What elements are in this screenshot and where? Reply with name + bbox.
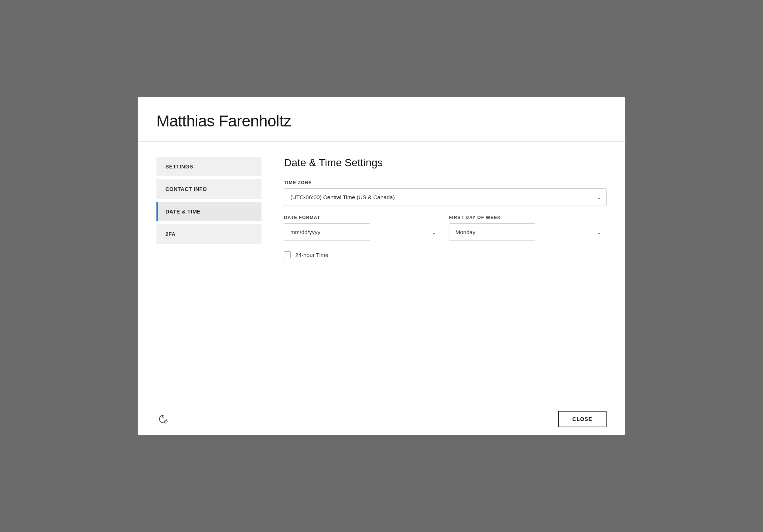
content-title: Date & Time Settings <box>284 157 607 169</box>
first-day-select[interactable]: Sunday Monday Saturday <box>449 223 535 241</box>
modal-body: SETTINGS CONTACT INFO DATE & TIME 2FA Da… <box>138 142 625 403</box>
form-section: TIME ZONE (UTC-06:00) Central Time (US &… <box>284 180 607 258</box>
sidebar-item-contact-info[interactable]: CONTACT INFO <box>156 179 261 199</box>
twenty-four-hour-row: 24-hour Time <box>284 251 607 258</box>
modal-title: Matthias Farenholtz <box>156 112 607 130</box>
twenty-four-hour-label[interactable]: 24-hour Time <box>295 252 328 258</box>
date-format-group: DATE FORMAT mm/dd/yyyy dd/mm/yyyy yyyy/m… <box>284 215 442 241</box>
first-day-select-wrapper: Sunday Monday Saturday ⌄ <box>449 223 607 241</box>
content-area: Date & Time Settings TIME ZONE (UTC-06:0… <box>284 157 607 388</box>
close-button[interactable]: CLOSE <box>558 411 607 427</box>
date-format-label: DATE FORMAT <box>284 215 442 220</box>
modal-container: Matthias Farenholtz SETTINGS CONTACT INF… <box>138 97 625 435</box>
sidebar-item-date-time[interactable]: DATE & TIME <box>156 202 261 221</box>
date-format-chevron-icon: ⌄ <box>432 229 436 235</box>
sidebar: SETTINGS CONTACT INFO DATE & TIME 2FA <box>156 157 261 388</box>
first-day-chevron-icon: ⌄ <box>597 229 601 235</box>
twenty-four-hour-checkbox[interactable] <box>284 251 291 258</box>
date-format-select-wrapper: mm/dd/yyyy dd/mm/yyyy yyyy/mm/dd yyyy-mm… <box>284 223 442 241</box>
reset-icon[interactable] <box>156 412 170 426</box>
row-format-week: DATE FORMAT mm/dd/yyyy dd/mm/yyyy yyyy/m… <box>284 215 607 241</box>
footer-left <box>156 412 170 426</box>
sidebar-item-2fa[interactable]: 2FA <box>156 224 261 244</box>
timezone-group: TIME ZONE (UTC-06:00) Central Time (US &… <box>284 180 607 206</box>
sidebar-item-settings[interactable]: SETTINGS <box>156 157 261 176</box>
first-day-group: FIRST DAY OF WEEK Sunday Monday Saturday… <box>449 215 607 241</box>
timezone-select-wrapper: (UTC-06:00) Central Time (US & Canada) ⌄ <box>284 188 607 206</box>
timezone-select[interactable]: (UTC-06:00) Central Time (US & Canada) <box>284 188 607 206</box>
first-day-label: FIRST DAY OF WEEK <box>449 215 607 220</box>
date-format-select[interactable]: mm/dd/yyyy dd/mm/yyyy yyyy/mm/dd yyyy-mm… <box>284 223 370 241</box>
timezone-label: TIME ZONE <box>284 180 607 185</box>
modal-footer: CLOSE <box>138 403 625 435</box>
modal-header: Matthias Farenholtz <box>138 97 625 142</box>
